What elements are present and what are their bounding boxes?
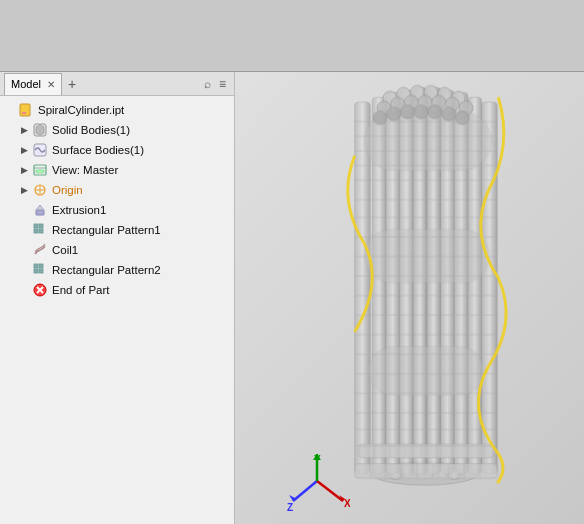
pattern1-icon [32, 222, 48, 238]
model-tab-label: Model [11, 78, 41, 90]
tab-bar: Model ✕ + ⌕ ≡ [0, 72, 234, 96]
top-toolbar [0, 0, 584, 72]
expand-arrow-origin: ▶ [18, 184, 30, 196]
svg-rect-40 [354, 464, 497, 479]
model-tab[interactable]: Model ✕ [4, 73, 62, 95]
tree-item-root[interactable]: SpiralCylinder.ipt [0, 100, 234, 120]
tree-item-label-surface: Surface Bodies(1) [52, 144, 144, 156]
tree-item-endofpart[interactable]: End of Part [0, 280, 234, 300]
end-of-part-icon [32, 282, 48, 298]
svg-rect-10 [36, 210, 44, 215]
svg-rect-60 [368, 346, 483, 395]
expand-arrow-surface: ▶ [18, 144, 30, 156]
tree-item-label-end: End of Part [52, 284, 110, 296]
svg-point-93 [373, 111, 387, 125]
tab-add-button[interactable]: + [62, 74, 82, 94]
svg-text:Y: Y [314, 454, 321, 465]
tree-item-label-solid: Solid Bodies(1) [52, 124, 130, 136]
tree-item-origin[interactable]: ▶ Origin [0, 180, 234, 200]
solid-icon [32, 122, 48, 138]
svg-rect-17 [39, 264, 43, 268]
tree-item-extrusion[interactable]: Extrusion1 [0, 200, 234, 220]
axis-indicator: Z X Y [285, 449, 345, 509]
tree-item-label-extrusion: Extrusion1 [52, 204, 106, 216]
tab-close-icon[interactable]: ✕ [47, 79, 55, 90]
tree-item-label-view: View: Master [52, 164, 118, 176]
svg-rect-13 [39, 224, 43, 228]
tree-item-label-origin: Origin [52, 184, 83, 196]
spiral-cylinder-model [315, 72, 535, 493]
svg-rect-18 [34, 269, 38, 273]
svg-rect-6 [36, 170, 44, 173]
svg-text:X: X [344, 498, 350, 509]
svg-point-99 [455, 111, 469, 125]
svg-rect-19 [39, 269, 43, 273]
tree-item-view[interactable]: ▶ View: Master [0, 160, 234, 180]
menu-icon[interactable]: ≡ [215, 77, 230, 91]
svg-rect-15 [39, 229, 43, 233]
viewport[interactable]: Z X Y [235, 72, 584, 524]
svg-point-97 [427, 105, 441, 119]
expand-arrow-solid: ▶ [18, 124, 30, 136]
svg-marker-11 [36, 205, 44, 210]
expand-arrow-pattern1 [18, 224, 30, 236]
surface-icon [32, 142, 48, 158]
search-icon[interactable]: ⌕ [200, 77, 215, 91]
extrusion-icon [32, 202, 48, 218]
svg-point-95 [400, 105, 414, 119]
expand-arrow-extrusion [18, 204, 30, 216]
tree-item-pattern1[interactable]: Rectangular Pattern1 [0, 220, 234, 240]
expand-arrow-end [18, 284, 30, 296]
origin-icon [32, 182, 48, 198]
svg-rect-1 [22, 112, 26, 114]
tree-item-label-root: SpiralCylinder.ipt [38, 104, 124, 116]
svg-point-96 [414, 105, 428, 119]
coil-icon [32, 242, 48, 258]
tree-item-solid[interactable]: ▶ Solid Bodies(1) [0, 120, 234, 140]
svg-rect-14 [34, 229, 38, 233]
tree-item-surface[interactable]: ▶ Surface Bodies(1) [0, 140, 234, 160]
tree-item-coil[interactable]: Coil1 [0, 240, 234, 260]
tree-item-label-pattern2: Rectangular Pattern2 [52, 264, 161, 276]
svg-rect-30 [354, 102, 370, 473]
svg-rect-0 [20, 104, 30, 116]
svg-point-94 [386, 107, 400, 121]
svg-line-100 [293, 481, 317, 501]
expand-arrow [4, 104, 16, 116]
svg-rect-16 [34, 264, 38, 268]
file-icon [18, 102, 34, 118]
expand-arrow-coil [18, 244, 30, 256]
axis-svg: Z X Y [285, 449, 350, 514]
svg-text:Z: Z [287, 502, 293, 513]
main-area: Model ✕ + ⌕ ≡ SpiralCylinder.ipt [0, 72, 584, 524]
left-panel: Model ✕ + ⌕ ≡ SpiralCylinder.ipt [0, 72, 235, 524]
tree-item-label-coil: Coil1 [52, 244, 78, 256]
svg-line-102 [317, 481, 343, 501]
expand-arrow-pattern2 [18, 264, 30, 276]
tree-item-pattern2[interactable]: Rectangular Pattern2 [0, 260, 234, 280]
tree-item-label-pattern1: Rectangular Pattern1 [52, 224, 161, 236]
svg-rect-12 [34, 224, 38, 228]
expand-arrow-view: ▶ [18, 164, 30, 176]
view-icon [32, 162, 48, 178]
model-tree: SpiralCylinder.ipt ▶ Solid Bodies(1) ▶ [0, 96, 234, 524]
svg-point-98 [441, 107, 455, 121]
model-container [275, 82, 574, 474]
pattern2-icon [32, 262, 48, 278]
3d-viewport: Z X Y [235, 72, 584, 524]
